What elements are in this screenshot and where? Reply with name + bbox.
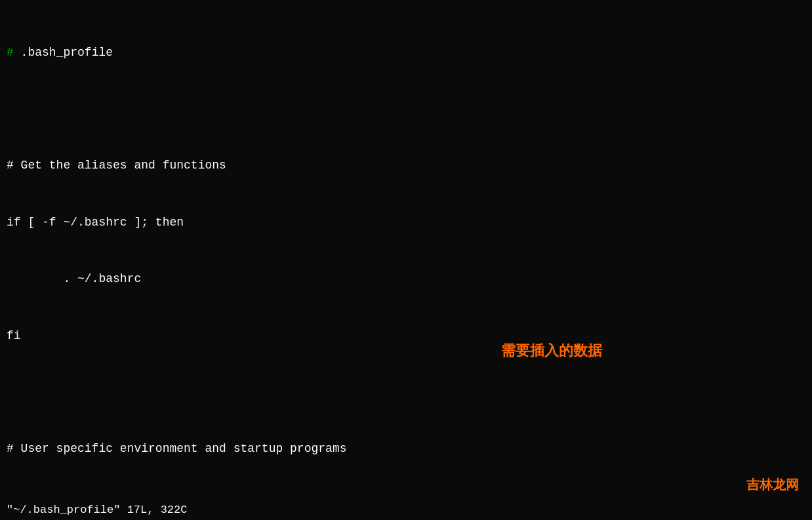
- annotation-text: 需要插入的数据: [501, 341, 602, 361]
- code-block: # .bash_profile # Get the aliases and fu…: [0, 5, 812, 520]
- hash-symbol: #: [7, 46, 14, 59]
- line-empty-1: [7, 100, 805, 119]
- line-comment-2: # User specific environment and startup …: [7, 439, 805, 458]
- line-1-text: .bash_profile: [14, 46, 113, 59]
- line-if: if [ -f ~/.bashrc ]; then: [7, 213, 805, 232]
- watermark: 吉林龙网: [746, 476, 799, 494]
- line-fi: fi: [7, 327, 805, 346]
- line-source: . ~/.bashrc: [7, 270, 805, 289]
- line-1: # .bash_profile: [7, 43, 805, 62]
- status-bar: "~/.bash_profile" 17L, 322C: [7, 504, 187, 516]
- line-empty-2: [7, 383, 805, 402]
- editor-container: # .bash_profile # Get the aliases and fu…: [0, 0, 812, 520]
- line-comment-1: # Get the aliases and functions: [7, 156, 805, 175]
